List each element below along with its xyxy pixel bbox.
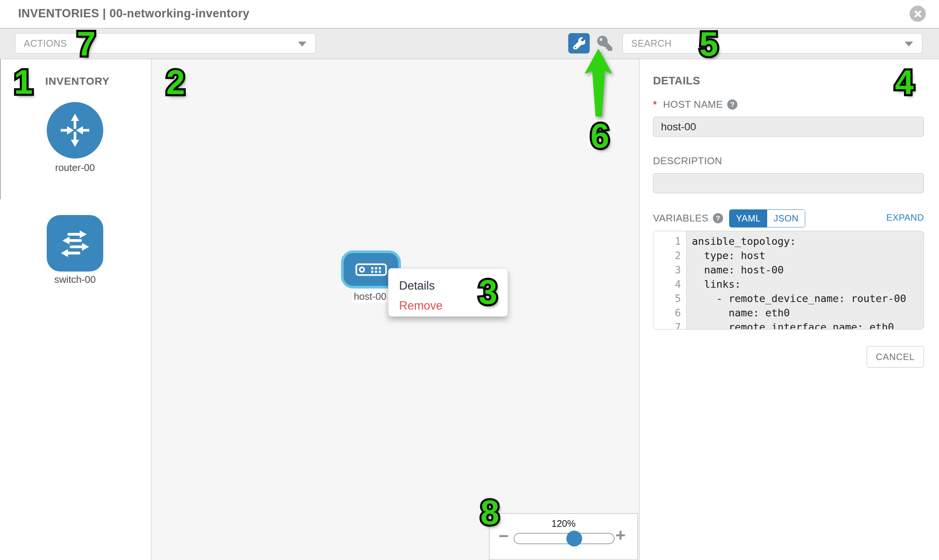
code-line: name: eth0 [686, 306, 924, 320]
tab-json[interactable]: JSON [767, 210, 805, 227]
annotation-2: 2 [166, 66, 185, 99]
topology-toolbar: ACTIONS SEARCH [0, 29, 939, 59]
zoom-in-button[interactable]: + [615, 526, 626, 544]
actions-dropdown-placeholder: ACTIONS [15, 38, 67, 49]
inventory-sidebar-title: INVENTORY [45, 75, 109, 88]
cancel-button[interactable]: CANCEL [867, 346, 924, 368]
zoom-control-panel: 120% − + [489, 513, 638, 560]
context-menu-item-remove[interactable]: Remove [399, 299, 443, 312]
code-line: name: host-00 [686, 263, 924, 277]
context-menu-item-details[interactable]: Details [399, 279, 435, 292]
help-icon[interactable]: ? [713, 213, 723, 223]
sidebar-item-switch-label: switch-00 [34, 274, 116, 285]
router-icon [56, 111, 94, 149]
sidebar-edge-line [0, 59, 1, 199]
editor-code-lines: ansible_topology: type: host name: host-… [686, 231, 924, 329]
annotation-3: 3 [478, 275, 497, 309]
close-icon[interactable] [910, 6, 926, 22]
annotation-8: 8 [480, 495, 499, 529]
chevron-down-icon [905, 42, 913, 46]
sidebar-item-router[interactable] [47, 102, 103, 158]
code-line: remote_interface_name: eth0 [686, 320, 924, 329]
zoom-slider-track[interactable] [513, 533, 615, 544]
sidebar-item-router-label: router-00 [34, 162, 116, 174]
annotation-4: 4 [895, 66, 914, 99]
editor-line-numbers: 1 2 3 4 5 6 7 [654, 231, 686, 329]
variables-label: VARIABLES [653, 212, 708, 224]
code-line: links: [686, 277, 924, 291]
page-header: INVENTORIES | 00-networking-inventory [0, 0, 939, 29]
host-name-label-row: * HOST NAME ? [653, 98, 737, 110]
zoom-slider-thumb[interactable] [566, 531, 582, 546]
required-asterisk: * [653, 98, 657, 110]
inventory-topology-window: INVENTORIES | 00-networking-inventory AC… [0, 0, 939, 560]
annotation-5: 5 [699, 27, 718, 61]
host-name-input[interactable] [653, 117, 924, 137]
annotation-6: 6 [591, 119, 609, 153]
sidebar-item-switch[interactable] [47, 215, 103, 272]
annotation-1: 1 [14, 65, 33, 99]
key-icon [597, 36, 612, 51]
description-label-row: DESCRIPTION [653, 155, 722, 167]
variables-format-toggle: YAML JSON [729, 209, 805, 228]
variables-row: VARIABLES ? YAML JSON EXPAND [653, 209, 924, 228]
host-node-label: host-00 [352, 290, 388, 303]
search-dropdown-placeholder: SEARCH [623, 38, 671, 49]
host-server-icon [355, 263, 387, 276]
help-icon[interactable]: ? [727, 99, 737, 109]
variables-code-editor[interactable]: 1 2 3 4 5 6 7 ansible_topology: type: ho… [653, 231, 924, 329]
code-line: - remote_device_name: router-00 [686, 291, 924, 306]
zoom-out-button[interactable]: − [498, 527, 509, 545]
tab-yaml[interactable]: YAML [729, 210, 767, 227]
annotation-7: 7 [77, 27, 96, 61]
annotation-arrow-icon [585, 49, 614, 117]
description-input[interactable] [653, 173, 924, 193]
expand-link[interactable]: EXPAND [886, 212, 924, 223]
host-name-label: HOST NAME [663, 98, 723, 110]
description-label: DESCRIPTION [653, 155, 722, 167]
switch-icon [56, 224, 94, 263]
code-line: type: host [686, 249, 924, 263]
search-dropdown[interactable]: SEARCH [623, 33, 922, 54]
page-title: INVENTORIES | 00-networking-inventory [18, 7, 250, 20]
variables-label-row: VARIABLES ? [653, 212, 723, 224]
chevron-down-icon [298, 42, 306, 46]
details-panel-title: DETAILS [653, 75, 700, 87]
code-line: ansible_topology: [686, 234, 924, 249]
actions-dropdown[interactable]: ACTIONS [15, 33, 316, 54]
wrench-icon [573, 37, 585, 49]
